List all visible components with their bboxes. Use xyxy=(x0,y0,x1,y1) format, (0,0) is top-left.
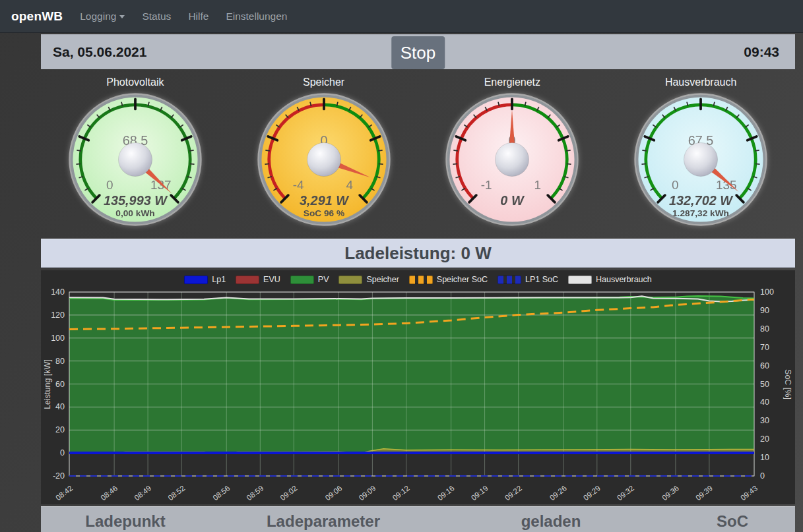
gauge-hub xyxy=(118,142,152,176)
x-axis-tick: 09:02 xyxy=(278,484,298,502)
y-axis-right-tick: 70 xyxy=(760,343,769,352)
x-axis-tick: 09:16 xyxy=(436,484,456,502)
y-axis-right-tick: 50 xyxy=(760,380,769,389)
gauge-energienetz: 0 kW -1 1 0 W xyxy=(443,91,581,228)
charging-power-header: Ladeleistung: 0 W xyxy=(41,239,795,268)
gauge-value-text: 132,702 W xyxy=(669,193,734,208)
x-axis-tick: 09:19 xyxy=(470,484,490,502)
gauge-title: Energienetz xyxy=(484,76,540,91)
gauge-title: Speicher xyxy=(303,76,344,91)
y-axis-left-tick: 0 xyxy=(60,448,65,458)
y-axis-left-tick: 40 xyxy=(55,402,65,411)
gauge-min-label: 0 xyxy=(672,178,679,192)
x-axis-tick: 08:42 xyxy=(54,484,74,502)
y-axis-left-tick: 120 xyxy=(51,310,65,320)
gauge-title: Photovoltaik xyxy=(106,76,164,91)
y-axis-left-tick: 100 xyxy=(51,334,65,343)
x-axis-tick: 09:09 xyxy=(358,484,377,502)
gauge-min-label: -1 xyxy=(481,178,492,192)
gauge-value-text: 135,993 W xyxy=(104,193,168,208)
chevron-down-icon xyxy=(119,15,125,18)
series-area-pv xyxy=(69,296,754,453)
gauge-value-text: 0 W xyxy=(501,193,526,208)
footer-header-row: LadepunktLadeparametergeladenSoC xyxy=(41,506,795,532)
nav-item-einstellungen[interactable]: Einstellungen xyxy=(226,11,287,22)
x-axis-tick: 08:56 xyxy=(211,484,231,502)
y-axis-left-tick: -20 xyxy=(53,471,65,481)
x-axis-tick: 09:29 xyxy=(582,484,602,502)
gauge-hausverbrauch: 67.5 kW 0 135 132,702 W 1.287,32 kWh xyxy=(632,91,769,228)
gauge-photovoltaik: 68.5 kW 0 137 135,993 W 0,00 kWh xyxy=(67,91,204,228)
y-axis-right-tick: 0 xyxy=(760,471,765,481)
gauge-sub-text: 0,00 kWh xyxy=(115,208,154,218)
x-axis-tick: 09:36 xyxy=(660,484,680,502)
y-axis-left-tick: 60 xyxy=(55,380,65,389)
x-axis-tick: 09:22 xyxy=(503,484,523,502)
chart-plot: 140120100806040200-201009080706050403020… xyxy=(41,270,795,504)
gauges-row: Photovoltaik 68.5 kW 0 137 135,993 W 0,0… xyxy=(41,73,795,237)
y-axis-right-title: SoC [%] xyxy=(783,369,792,399)
gauge-hub xyxy=(307,142,340,176)
gauge-cell-hausverbrauch: Hausverbrauch 67.5 kW 0 135 132,702 W 1.… xyxy=(606,73,795,237)
status-bar: Sa, 05.06.2021 Stop 09:43 xyxy=(41,34,795,69)
y-axis-left-tick: 140 xyxy=(51,287,65,297)
gauge-min-label: 0 xyxy=(106,178,113,192)
x-axis-tick: 09:43 xyxy=(739,484,759,502)
stop-button[interactable]: Stop xyxy=(391,36,445,69)
brand-logo[interactable]: openWB xyxy=(11,9,63,24)
x-axis-tick: 08:59 xyxy=(245,484,265,502)
y-axis-right-tick: 90 xyxy=(760,306,769,315)
navbar-menu: LoggingStatusHilfeEinstellungen xyxy=(80,11,287,22)
gauge-min-label: -4 xyxy=(292,178,304,192)
gauge-max-label: 4 xyxy=(346,178,353,192)
gauge-cell-energienetz: Energienetz 0 kW -1 1 0 W xyxy=(418,73,607,237)
y-axis-right-tick: 40 xyxy=(760,398,769,407)
gauge-sub-text: SoC 96 % xyxy=(303,208,344,218)
footer-col-ladepunkt: Ladepunkt xyxy=(85,512,165,531)
y-axis-right-tick: 80 xyxy=(760,324,769,334)
y-axis-right-tick: 10 xyxy=(760,453,769,462)
charging-power-label: Ladeleistung: 0 W xyxy=(344,243,491,264)
gauge-speicher: 0 kW -4 4 3,291 W SoC 96 % xyxy=(255,91,393,228)
footer-col-geladen: geladen xyxy=(521,512,581,531)
x-axis-tick: 08:46 xyxy=(99,484,119,502)
nav-item-logging[interactable]: Logging xyxy=(80,11,125,22)
y-axis-right-tick: 60 xyxy=(760,361,769,370)
gauge-sub-text: 1.287,32 kWh xyxy=(672,208,729,218)
gauge-max-label: 1 xyxy=(534,178,542,192)
y-axis-left-title: Leistung [kW] xyxy=(43,359,52,409)
x-axis-tick: 09:06 xyxy=(324,484,344,502)
x-axis-tick: 08:49 xyxy=(133,484,152,502)
gauge-hub xyxy=(684,142,718,176)
x-axis-tick: 09:26 xyxy=(548,484,568,502)
x-axis-tick: 08:52 xyxy=(166,484,186,502)
nav-item-hilfe[interactable]: Hilfe xyxy=(188,11,209,22)
navbar: openWB LoggingStatusHilfeEinstellungen xyxy=(0,0,803,33)
time-label: 09:43 xyxy=(744,44,779,60)
power-chart: Lp1 EVU PV Speicher Speicher SoC LP1 SoC… xyxy=(41,270,795,504)
y-axis-right-tick: 100 xyxy=(760,287,774,297)
gauge-value-text: 3,291 W xyxy=(300,193,350,208)
footer-col-ladeparameter: Ladeparameter xyxy=(267,512,380,531)
y-axis-left-tick: 20 xyxy=(55,425,65,434)
gauge-title: Hausverbrauch xyxy=(665,76,737,91)
x-axis-tick: 09:32 xyxy=(616,484,635,502)
nav-item-status[interactable]: Status xyxy=(142,11,171,22)
footer-col-soc: SoC xyxy=(717,512,748,531)
gauge-cell-speicher: Speicher 0 kW -4 4 3,291 W SoC 96 % xyxy=(230,73,418,237)
y-axis-left-tick: 80 xyxy=(55,357,65,366)
gauge-cell-photovoltaik: Photovoltaik 68.5 kW 0 137 135,993 W 0,0… xyxy=(41,73,230,237)
x-axis-tick: 09:39 xyxy=(694,484,714,502)
y-axis-right-tick: 20 xyxy=(760,434,769,444)
x-axis-tick: 09:12 xyxy=(391,484,411,502)
date-label: Sa, 05.06.2021 xyxy=(53,44,146,60)
gauge-hub xyxy=(496,142,529,176)
y-axis-right-tick: 30 xyxy=(760,416,769,425)
